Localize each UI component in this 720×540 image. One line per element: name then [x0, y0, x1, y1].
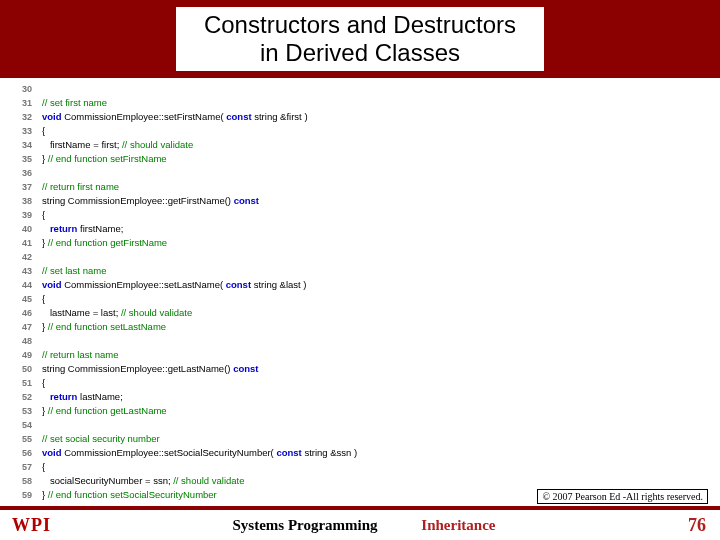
- code-token: {: [42, 377, 45, 388]
- title-band: Constructors and Destructors in Derived …: [0, 0, 720, 78]
- code-line: 43// set last name: [8, 264, 712, 278]
- code-token: string &ssn ): [302, 447, 357, 458]
- line-number: 36: [8, 166, 32, 180]
- code-token: firstName = first;: [42, 139, 122, 150]
- copyright-notice: © 2007 Pearson Ed -All rights reserved.: [537, 489, 708, 504]
- code-token: void: [42, 111, 62, 122]
- line-number: 40: [8, 222, 32, 236]
- code-token: // set social security number: [42, 433, 160, 444]
- title-box: Constructors and Destructors in Derived …: [176, 7, 544, 70]
- code-token: void: [42, 447, 62, 458]
- code-token: firstName;: [77, 223, 123, 234]
- code-token: // end function setLastName: [48, 321, 166, 332]
- code-token: // should validate: [122, 139, 193, 150]
- line-number: 49: [8, 348, 32, 362]
- code-token: string CommissionEmployee::getFirstName(…: [42, 195, 234, 206]
- code-token: {: [42, 125, 45, 136]
- code-line: 32void CommissionEmployee::setFirstName(…: [8, 110, 712, 124]
- code-line: 42: [8, 250, 712, 264]
- code-line: 39{: [8, 208, 712, 222]
- code-token: string &first ): [252, 111, 308, 122]
- code-token: [42, 223, 50, 234]
- code-line: 55// set social security number: [8, 432, 712, 446]
- line-number: 52: [8, 390, 32, 404]
- code-token: // return last name: [42, 349, 119, 360]
- code-token: // end function setSocialSecurityNumber: [48, 489, 217, 500]
- line-number: 46: [8, 306, 32, 320]
- code-token: const: [226, 111, 251, 122]
- line-number: 32: [8, 110, 32, 124]
- code-line: 40 return firstName;: [8, 222, 712, 236]
- code-line: 41} // end function getFirstName: [8, 236, 712, 250]
- code-token: const: [276, 447, 301, 458]
- code-token: // should validate: [173, 475, 244, 486]
- footer: WPI Systems Programming Inheritance 76: [0, 510, 720, 540]
- line-number: 56: [8, 446, 32, 460]
- line-number: 57: [8, 460, 32, 474]
- line-number: 44: [8, 278, 32, 292]
- code-line: 53} // end function getLastName: [8, 404, 712, 418]
- line-number: 31: [8, 96, 32, 110]
- line-number: 37: [8, 180, 32, 194]
- code-token: CommissionEmployee::setLastName(: [62, 279, 226, 290]
- line-number: 43: [8, 264, 32, 278]
- code-line: 45{: [8, 292, 712, 306]
- code-token: string &last ): [251, 279, 306, 290]
- code-line: 54: [8, 418, 712, 432]
- logo: WPI: [12, 515, 72, 536]
- code-token: const: [233, 363, 258, 374]
- line-number: 47: [8, 320, 32, 334]
- line-number: 35: [8, 152, 32, 166]
- code-line: 48: [8, 334, 712, 348]
- title-line-2: in Derived Classes: [204, 39, 516, 67]
- line-number: 58: [8, 474, 32, 488]
- page-number: 76: [656, 515, 706, 536]
- code-token: CommissionEmployee::setSocialSecurityNum…: [62, 447, 277, 458]
- code-line: 50string CommissionEmployee::getLastName…: [8, 362, 712, 376]
- line-number: 30: [8, 82, 32, 96]
- code-token: return: [50, 223, 77, 234]
- code-line: 49// return last name: [8, 348, 712, 362]
- code-line: 58 socialSecurityNumber = ssn; // should…: [8, 474, 712, 488]
- code-token: {: [42, 293, 45, 304]
- line-number: 51: [8, 376, 32, 390]
- line-number: 48: [8, 334, 32, 348]
- code-token: lastName;: [77, 391, 122, 402]
- line-number: 55: [8, 432, 32, 446]
- code-token: const: [234, 195, 259, 206]
- line-number: 54: [8, 418, 32, 432]
- code-line: 47} // end function setLastName: [8, 320, 712, 334]
- code-line: 51{: [8, 376, 712, 390]
- code-token: {: [42, 461, 45, 472]
- code-token: [42, 391, 50, 402]
- code-token: lastName = last;: [42, 307, 121, 318]
- line-number: 38: [8, 194, 32, 208]
- footer-right-label: Inheritance: [421, 517, 495, 533]
- footer-left-label: Systems Programming: [232, 517, 377, 533]
- code-line: 33{: [8, 124, 712, 138]
- code-line: 36: [8, 166, 712, 180]
- code-token: // should validate: [121, 307, 192, 318]
- line-number: 42: [8, 250, 32, 264]
- code-token: return: [50, 391, 77, 402]
- line-number: 50: [8, 362, 32, 376]
- code-token: // set first name: [42, 97, 107, 108]
- code-token: string CommissionEmployee::getLastName(): [42, 363, 233, 374]
- line-number: 39: [8, 208, 32, 222]
- code-token: // end function getLastName: [48, 405, 167, 416]
- code-token: socialSecurityNumber = ssn;: [42, 475, 173, 486]
- code-token: // return first name: [42, 181, 119, 192]
- code-token: void: [42, 279, 62, 290]
- line-number: 34: [8, 138, 32, 152]
- code-line: 52 return lastName;: [8, 390, 712, 404]
- code-token: {: [42, 209, 45, 220]
- line-number: 33: [8, 124, 32, 138]
- code-line: 30: [8, 82, 712, 96]
- code-listing: 3031// set first name32void CommissionEm…: [0, 78, 720, 502]
- line-number: 53: [8, 404, 32, 418]
- code-line: 56void CommissionEmployee::setSocialSecu…: [8, 446, 712, 460]
- code-token: const: [226, 279, 251, 290]
- line-number: 59: [8, 488, 32, 502]
- code-token: CommissionEmployee::setFirstName(: [62, 111, 227, 122]
- code-line: 35} // end function setFirstName: [8, 152, 712, 166]
